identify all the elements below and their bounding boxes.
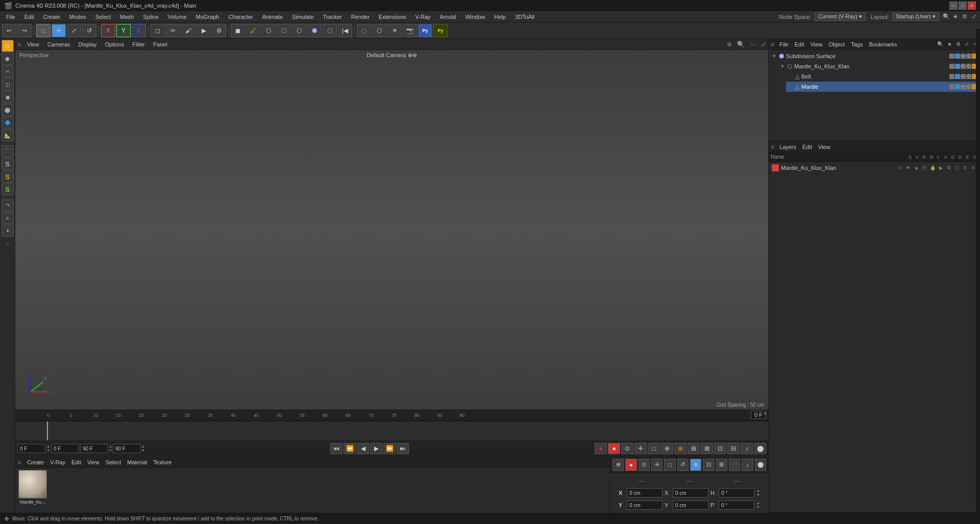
- nodespace-select[interactable]: Current (V-Ray) ▾: [815, 12, 866, 21]
- render-preview-btn[interactable]: ▶: [197, 24, 211, 37]
- left-tool-uv[interactable]: ⬢: [2, 53, 14, 65]
- texture-btn[interactable]: ⬡: [372, 24, 386, 37]
- om-menu-icon[interactable]: ≡: [771, 41, 774, 48]
- x-rot-input[interactable]: [673, 488, 708, 497]
- timeline-tracks[interactable]: [15, 421, 768, 440]
- om-expand-subdiv[interactable]: ▼: [772, 54, 777, 59]
- left-tool-light[interactable]: 🔷: [2, 116, 14, 129]
- paint-select-btn[interactable]: ◌: [357, 24, 371, 37]
- h-input[interactable]: [719, 488, 754, 497]
- close-btn[interactable]: ✕: [968, 2, 976, 10]
- menu-arnold[interactable]: Arnold: [436, 13, 460, 21]
- menu-vray[interactable]: V-Ray: [411, 13, 435, 21]
- material-item[interactable]: Mantle_Ku...: [17, 470, 48, 506]
- vp-navigate-icon[interactable]: ⊕: [727, 41, 732, 48]
- scale-btn[interactable]: ⤢: [67, 24, 81, 37]
- lm-menu-layers[interactable]: Layers: [777, 144, 798, 150]
- mat-menu-vray[interactable]: V-Ray: [48, 459, 67, 465]
- coord-icon-2[interactable]: ●: [625, 459, 636, 471]
- goto-end-btn[interactable]: ⏭: [397, 443, 409, 454]
- y-rot-input[interactable]: [673, 501, 708, 510]
- menu-modes[interactable]: Modes: [65, 13, 90, 21]
- goto-start-btn[interactable]: ⏮: [330, 443, 342, 454]
- layer-expression-icon[interactable]: E: [962, 164, 969, 171]
- menu-3dtoall[interactable]: 3DToAll: [511, 13, 538, 21]
- vp-menu-panel[interactable]: Panel: [151, 41, 169, 47]
- menu-render[interactable]: Render: [347, 13, 374, 21]
- left-tool-bend[interactable]: ↷: [2, 199, 14, 211]
- om-item-subdivision[interactable]: ▼ ⬢ Subdivision Surface: [770, 51, 979, 61]
- up-arrow-end2[interactable]: ▲ ▼: [141, 444, 145, 453]
- menu-volume[interactable]: Volume: [164, 13, 191, 21]
- x-axis-btn[interactable]: X: [101, 24, 115, 37]
- om-expand-mantle[interactable]: ▼: [780, 64, 785, 69]
- maximize-btn[interactable]: □: [959, 2, 967, 10]
- y-axis-btn[interactable]: Y: [116, 24, 131, 37]
- sound-btn[interactable]: ♪: [741, 443, 753, 454]
- light-btn[interactable]: ☀: [387, 24, 402, 37]
- left-tool-s3[interactable]: S: [2, 183, 14, 195]
- lm-menu-view[interactable]: View: [816, 144, 832, 150]
- py-icon1[interactable]: Py: [418, 24, 432, 37]
- select-tool-btn[interactable]: ◻: [151, 24, 165, 37]
- menu-extensions[interactable]: Extensions: [375, 13, 410, 21]
- vp-zoom-icon[interactable]: 🔍: [737, 41, 745, 48]
- om-menu-tags[interactable]: Tags: [849, 41, 865, 47]
- om-item-mantle[interactable]: △ Mantle: [786, 82, 979, 92]
- motion-clip-btn[interactable]: ⬤: [754, 443, 766, 454]
- coord-icon-8[interactable]: ⊡: [703, 459, 714, 471]
- om-item-mantle-group[interactable]: ▼ ⬡ Mantle_Ku_Klux_Klan: [778, 61, 979, 71]
- menu-window[interactable]: Window: [461, 13, 489, 21]
- start-frame-input[interactable]: [17, 444, 45, 453]
- y-stepper[interactable]: ▲ ▼: [756, 501, 760, 509]
- settings-icon[interactable]: ⚙: [961, 13, 969, 21]
- layer-manager-icon[interactable]: ☰: [921, 164, 928, 171]
- up-arrow-start[interactable]: ▲ ▼: [46, 444, 50, 453]
- end-frame-input2[interactable]: [113, 444, 141, 453]
- field-btn[interactable]: ⬡: [323, 24, 337, 37]
- coord-icon-6[interactable]: ↺: [677, 459, 689, 471]
- draw-btn[interactable]: ✏: [166, 24, 180, 37]
- frame-up-arrow[interactable]: ▲: [763, 411, 767, 415]
- menu-select[interactable]: Select: [91, 13, 115, 21]
- menu-simulate[interactable]: Simulate: [288, 13, 318, 21]
- step-fwd-btn[interactable]: ⏩: [383, 443, 396, 454]
- mat-menu-create[interactable]: Create: [25, 459, 46, 465]
- layer-lock-icon[interactable]: 🔒: [929, 164, 936, 171]
- vp-menu-cameras[interactable]: Cameras: [45, 41, 72, 47]
- coord-icon-12[interactable]: ⬤: [755, 459, 766, 471]
- mat-menu-view[interactable]: View: [85, 459, 102, 465]
- search-icon[interactable]: 🔍: [942, 13, 950, 21]
- 3d-viewport[interactable]: Perspective Default Camera ⊕⊕ Grid Spaci…: [15, 50, 768, 410]
- left-tool-bp[interactable]: ✂: [2, 65, 14, 78]
- om-item-belt[interactable]: △ Belt: [786, 71, 979, 82]
- right-panel-scrollbar[interactable]: [976, 29, 980, 524]
- playhead[interactable]: [47, 421, 48, 440]
- rotate-btn[interactable]: ↺: [82, 24, 96, 37]
- add-keyframe-btn[interactable]: ✛: [634, 443, 647, 454]
- play-btn[interactable]: ▶: [370, 443, 382, 454]
- menu-character[interactable]: Character: [224, 13, 257, 21]
- left-tool-model[interactable]: ⬡: [2, 40, 14, 52]
- py-icon2[interactable]: Py: [433, 24, 448, 37]
- layer-solo-icon[interactable]: ⊙: [896, 164, 903, 171]
- om-menu-object[interactable]: Object: [826, 41, 847, 47]
- rot-key-btn[interactable]: ⊞: [688, 443, 700, 454]
- end-frame-input1[interactable]: [80, 444, 108, 453]
- z-axis-btn[interactable]: Z: [132, 24, 146, 37]
- left-tool-cylinder[interactable]: ⬤: [2, 104, 14, 116]
- record-btn[interactable]: ●: [595, 443, 607, 454]
- coord-icon-3[interactable]: ⊙: [639, 459, 650, 471]
- x-pos-input[interactable]: [627, 488, 663, 497]
- menu-mograph[interactable]: MoGraph: [192, 13, 224, 21]
- loft-btn[interactable]: ⬡: [277, 24, 291, 37]
- render-settings-btn[interactable]: ⚙: [212, 24, 226, 37]
- paint-btn[interactable]: 🖌: [181, 24, 195, 37]
- mat-menu-edit[interactable]: Edit: [69, 459, 83, 465]
- layer-animate-icon[interactable]: ▶: [937, 164, 944, 171]
- left-tool-fx[interactable]: ✦: [2, 224, 14, 237]
- viewport-menu-icon[interactable]: ≡: [17, 41, 21, 48]
- left-tool-s2[interactable]: S: [2, 170, 14, 183]
- del-keyframe-btn[interactable]: □: [648, 443, 660, 454]
- menu-animate[interactable]: Animate: [258, 13, 287, 21]
